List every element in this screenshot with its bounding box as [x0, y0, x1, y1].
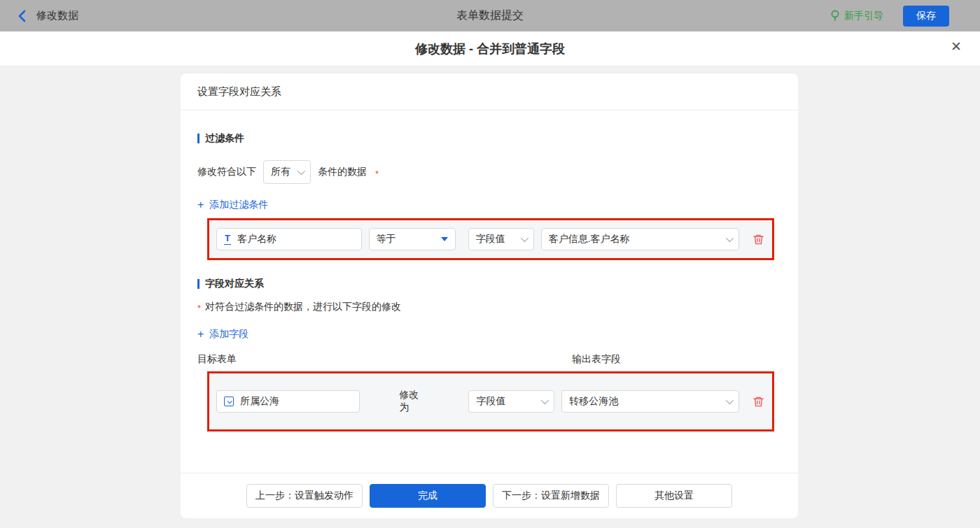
add-field-label: 添加字段	[209, 328, 248, 341]
required-asterisk: *	[197, 303, 201, 313]
guide-pin-icon	[830, 10, 840, 22]
dialog-title: 修改数据 - 合并到普通字段	[415, 41, 565, 57]
settings-card: 设置字段对应关系 过滤条件 修改符合以下 所有 条件的数据 * + 添加过滤条件	[181, 73, 798, 518]
column-headers: 目标表单 输出表字段	[197, 353, 781, 364]
value-type-value: 字段值	[476, 395, 505, 408]
guide-label: 新手引导	[844, 10, 883, 22]
prev-step-button[interactable]: 上一步：设置触发动作	[246, 484, 363, 508]
plus-icon: +	[197, 199, 204, 211]
operator-select[interactable]: 等于	[369, 228, 456, 250]
section-bar	[197, 134, 200, 143]
plus-icon: +	[197, 329, 204, 340]
annotation-box-filter: T 客户名称 等于 字段值 客户信息.客户名称	[207, 218, 774, 260]
value-type-select[interactable]: 字段值	[468, 390, 554, 413]
modify-to-label: 修改为	[399, 389, 426, 414]
mapping-section-label: 字段对应关系	[205, 278, 264, 290]
save-button[interactable]: 保存	[903, 6, 949, 27]
add-filter-condition-label: 添加过滤条件	[209, 199, 268, 211]
select-field-icon	[224, 397, 234, 406]
next-step-button[interactable]: 下一步：设置新增数据	[493, 484, 609, 508]
topbar: 修改数据 表单数据提交 新手引导 保存	[0, 0, 980, 31]
other-settings-button[interactable]: 其他设置	[616, 484, 732, 508]
add-filter-condition-link[interactable]: + 添加过滤条件	[197, 199, 268, 211]
target-field-value: 所属公海	[240, 395, 279, 408]
condition-row: T 客户名称 等于 字段值 客户信息.客户名称	[209, 220, 772, 258]
delete-condition-button[interactable]	[752, 233, 765, 246]
condition-field-value: 客户名称	[237, 233, 276, 245]
mapping-section-title: 字段对应关系	[197, 278, 781, 290]
add-field-link[interactable]: + 添加字段	[197, 328, 248, 341]
mapping-description: * 对符合过滤条件的数据，进行以下字段的修改	[197, 301, 781, 313]
match-prefix-label: 修改符合以下	[197, 166, 256, 178]
match-mode-select[interactable]: 所有	[263, 160, 311, 184]
output-field-column-header: 输出表字段	[572, 353, 621, 366]
mapping-description-text: 对符合过滤条件的数据，进行以下字段的修改	[205, 301, 401, 313]
output-field-value: 转移公海池	[569, 395, 618, 408]
condition-field-input[interactable]: T 客户名称	[216, 228, 362, 250]
operator-value: 等于	[377, 233, 396, 245]
match-condition-row: 修改符合以下 所有 条件的数据 *	[197, 160, 781, 184]
close-icon[interactable]: ✕	[951, 40, 962, 53]
delete-field-button[interactable]	[752, 395, 765, 408]
filter-section-label: 过滤条件	[205, 132, 244, 145]
caret-down-icon	[441, 237, 448, 241]
chevron-down-icon	[298, 167, 305, 175]
target-field-input[interactable]: 所属公海	[216, 390, 360, 413]
section-bar	[197, 279, 200, 289]
source-field-select[interactable]: 客户信息.客户名称	[541, 228, 739, 250]
output-field-select[interactable]: 转移公海池	[561, 390, 739, 413]
filter-section-title: 过滤条件	[197, 132, 781, 145]
chevron-down-icon	[726, 397, 734, 404]
card-footer: 上一步：设置触发动作 完成 下一步：设置新增数据 其他设置	[181, 473, 798, 518]
value-type-value: 字段值	[476, 233, 505, 245]
dialog-content: 设置字段对应关系 过滤条件 修改符合以下 所有 条件的数据 * + 添加过滤条件	[0, 73, 980, 528]
card-header: 设置字段对应关系	[181, 73, 798, 110]
source-field-value: 客户信息.客户名称	[549, 233, 630, 245]
match-suffix-label: 条件的数据	[318, 166, 367, 178]
target-form-column-header: 目标表单	[197, 353, 237, 364]
field-mapping-row: 所属公海 修改为 字段值 转移公海池	[209, 373, 772, 429]
chevron-down-icon	[520, 234, 528, 242]
match-mode-value: 所有	[271, 166, 290, 178]
text-field-icon: T	[224, 234, 231, 244]
annotation-box-mapping: 所属公海 修改为 字段值 转移公海池	[207, 371, 774, 431]
guide-link[interactable]: 新手引导	[830, 10, 883, 22]
chevron-down-icon	[541, 397, 549, 404]
dialog-header: 修改数据 - 合并到普通字段 ✕	[0, 31, 980, 66]
chevron-down-icon	[726, 234, 734, 242]
required-asterisk: *	[375, 169, 379, 179]
trash-icon	[752, 233, 765, 246]
trash-icon	[752, 395, 765, 408]
done-button[interactable]: 完成	[370, 484, 486, 508]
value-type-select[interactable]: 字段值	[468, 228, 534, 250]
